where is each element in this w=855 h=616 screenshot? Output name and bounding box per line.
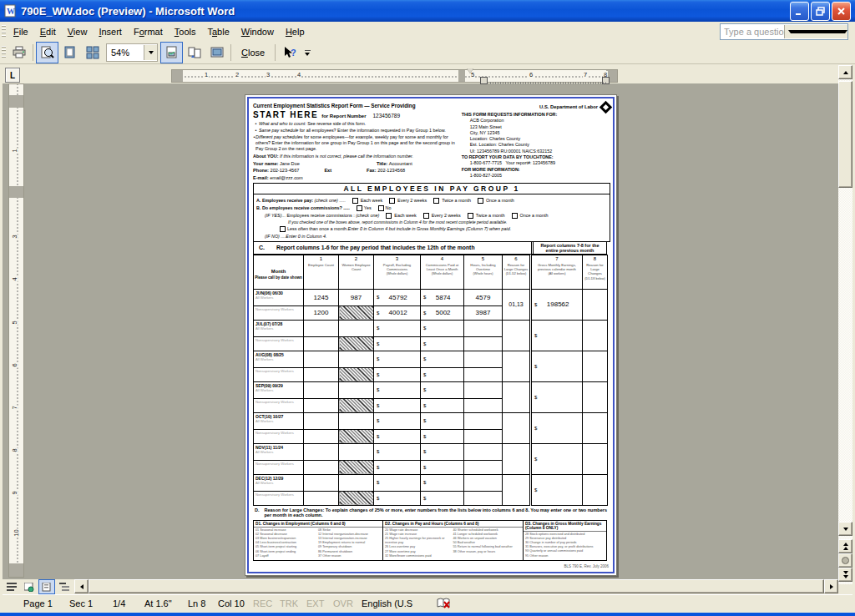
vertical-scrollbar[interactable] bbox=[838, 65, 852, 584]
ces-form: Current Employment Statistics Report For… bbox=[253, 103, 610, 568]
help-button[interactable]: ? bbox=[278, 42, 301, 63]
dollar-sign: $ bbox=[423, 372, 426, 377]
vruler-row-marker[interactable] bbox=[9, 186, 23, 198]
menubar-grip-handle[interactable] bbox=[2, 25, 6, 38]
pay-option: Every 2 weeks bbox=[382, 198, 427, 204]
horizontal-ruler[interactable]: 12345678 bbox=[171, 69, 618, 83]
toolbar-grip-handle[interactable] bbox=[2, 46, 6, 59]
print-layout-view-button[interactable] bbox=[38, 579, 55, 594]
vertical-scroll-thumb[interactable] bbox=[838, 81, 852, 188]
zoom-dropdown[interactable] bbox=[144, 45, 157, 60]
menu-view[interactable]: View bbox=[62, 23, 94, 40]
cell-hatched bbox=[339, 305, 374, 320]
status-mode-trk[interactable]: TRK bbox=[280, 598, 298, 608]
toolbar-options-button[interactable] bbox=[302, 50, 312, 56]
question-help-dropdown[interactable] bbox=[784, 25, 848, 38]
status-mode-ext[interactable]: EXT bbox=[306, 598, 324, 608]
web-layout-view-button[interactable] bbox=[21, 579, 38, 594]
menu-tools[interactable]: Tools bbox=[169, 23, 202, 40]
cell-hatched bbox=[339, 491, 374, 505]
horizontal-scroll-thumb[interactable] bbox=[89, 579, 824, 593]
table-row-all-workers: SEP(09) 09/29All Workers$$$ bbox=[254, 381, 608, 398]
scroll-down-button[interactable] bbox=[838, 522, 852, 536]
outline-view-icon bbox=[59, 583, 69, 591]
status-at-position: At 1.6" bbox=[144, 598, 172, 608]
scroll-right-button[interactable] bbox=[824, 579, 838, 593]
zoom-combobox[interactable]: 54% bbox=[106, 43, 158, 62]
hruler-number: 7 bbox=[583, 71, 588, 78]
status-mode-ovr[interactable]: OVR bbox=[333, 598, 353, 608]
next-page-button[interactable] bbox=[838, 568, 852, 582]
reason-box-heading: D3. Changes in Gross Monthly Earnings (C… bbox=[524, 521, 606, 532]
table-row-all-workers: DEC(12) 12/29All Workers$$$ bbox=[254, 474, 608, 491]
spelling-status-icon[interactable] bbox=[437, 597, 452, 610]
ruler-column-divider[interactable] bbox=[458, 70, 465, 82]
previous-page-button[interactable] bbox=[838, 539, 852, 553]
view-ruler-button[interactable] bbox=[160, 42, 183, 63]
vruler-number: 3 bbox=[11, 234, 18, 239]
status-language[interactable]: English (U.S bbox=[362, 598, 412, 608]
cell-reason-6 bbox=[503, 320, 531, 351]
dollar-sign: $ bbox=[423, 387, 426, 392]
pay-group-box: ALL EMPLOYEES IN PAY GROUP 1 A. Employee… bbox=[253, 183, 610, 242]
reason-item: 25 Higher hourly earnings for piecework … bbox=[385, 537, 453, 545]
cell-reason-8 bbox=[583, 289, 608, 320]
menu-file[interactable]: File bbox=[8, 23, 34, 40]
company-ids: UI: 123456789 RU:00001 NAICS:632152 bbox=[462, 149, 610, 154]
cell-payroll: $ bbox=[374, 460, 421, 474]
checkbox-yes bbox=[357, 205, 362, 211]
menu-format[interactable]: Format bbox=[128, 23, 169, 40]
vertical-ruler[interactable]: 12345678910 bbox=[8, 83, 24, 578]
multiple-pages-button[interactable] bbox=[81, 42, 104, 63]
cell-reason-8 bbox=[583, 320, 608, 351]
status-mode-rec[interactable]: REC bbox=[253, 598, 272, 608]
month-cell: NOV(11) 11/24All Workers bbox=[254, 443, 304, 460]
cell-commissions: $ bbox=[421, 460, 464, 474]
company-location: Location: Charles County bbox=[462, 136, 610, 142]
hanging-indent-marker[interactable] bbox=[480, 77, 488, 84]
scroll-up-button[interactable] bbox=[838, 65, 852, 79]
magnifier-button[interactable] bbox=[36, 42, 58, 63]
checkbox bbox=[468, 213, 473, 219]
menu-insert[interactable]: Insert bbox=[93, 23, 128, 40]
reason-item: 07 Layoff bbox=[255, 554, 318, 558]
question-help-input[interactable]: Type a question for help bbox=[720, 23, 848, 40]
cell-women-count: 987 bbox=[339, 289, 374, 305]
scroll-left-button[interactable] bbox=[74, 579, 89, 593]
dollar-sign: $ bbox=[534, 333, 537, 338]
magnifier-icon bbox=[41, 46, 54, 59]
menu-edit[interactable]: Edit bbox=[34, 23, 62, 40]
minimize-button[interactable] bbox=[790, 2, 809, 21]
first-line-indent-marker[interactable] bbox=[467, 68, 473, 73]
print-button[interactable] bbox=[8, 42, 30, 63]
dollar-sign: $ bbox=[377, 434, 379, 439]
cell-gross-earnings: $ bbox=[531, 351, 583, 381]
restore-button[interactable] bbox=[811, 2, 830, 21]
select-browse-object-button[interactable] bbox=[838, 553, 852, 568]
cell-hours bbox=[464, 429, 503, 443]
close-button[interactable] bbox=[832, 2, 851, 21]
ces-data-table: MonthPlease call by date shown1Employee … bbox=[253, 255, 608, 506]
cell-hours bbox=[464, 443, 503, 460]
full-screen-button[interactable] bbox=[205, 42, 228, 63]
shrink-to-fit-button[interactable] bbox=[183, 42, 205, 63]
one-page-button[interactable] bbox=[58, 42, 81, 63]
checkbox bbox=[512, 213, 518, 219]
cell-hours bbox=[464, 336, 503, 351]
checkbox bbox=[386, 213, 392, 219]
cell-commissions: $5002 bbox=[421, 305, 464, 320]
tab-stop-selector[interactable]: L bbox=[5, 68, 20, 83]
menu-window[interactable]: Window bbox=[235, 23, 280, 40]
menu-help[interactable]: Help bbox=[280, 23, 311, 40]
checkbox-less-often bbox=[280, 226, 286, 232]
menu-table[interactable]: Table bbox=[201, 23, 235, 40]
outline-view-button[interactable] bbox=[56, 579, 73, 594]
horizontal-scroll-track[interactable] bbox=[74, 579, 838, 593]
cell-employee-count bbox=[304, 367, 339, 381]
close-preview-button[interactable]: Close bbox=[234, 44, 272, 61]
document-page[interactable]: Current Employment Statistics Report For… bbox=[245, 94, 617, 576]
normal-view-button[interactable] bbox=[3, 579, 20, 594]
svg-text:?: ? bbox=[291, 48, 296, 58]
hruler-number: 3 bbox=[266, 71, 271, 78]
bullet-different-pay: •Different pay schedules for some employ… bbox=[253, 134, 458, 151]
